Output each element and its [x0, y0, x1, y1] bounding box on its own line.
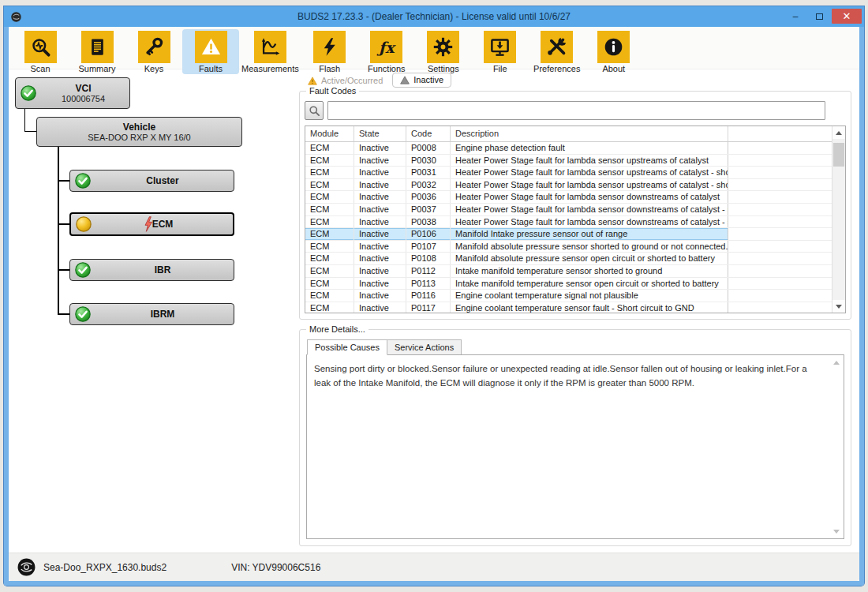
tree-node-cluster[interactable]: Cluster: [69, 170, 234, 192]
cell-filler: [728, 253, 832, 264]
cell-mod: ECM: [305, 142, 354, 154]
cell-filler: [728, 302, 832, 313]
minimize-button[interactable]: –: [784, 9, 806, 24]
fault-row[interactable]: ECMInactiveP0038Heater Power Stage fault…: [305, 216, 832, 229]
scroll-down-icon[interactable]: [832, 300, 845, 313]
tree-connector: [58, 223, 69, 225]
node-title: VCI: [37, 83, 129, 94]
tab-service-actions[interactable]: Service Actions: [387, 339, 462, 355]
fault-row[interactable]: ECMInactiveP0037Heater Power Stage fault…: [305, 204, 832, 216]
cell-code: P0030: [406, 155, 451, 167]
fault-row[interactable]: ECMInactiveP0032Heater Power Stage fault…: [305, 179, 832, 192]
tree-node-ibrm[interactable]: IBRM: [69, 303, 234, 325]
toolbar-button-settings[interactable]: Settings: [415, 29, 472, 74]
fault-table-header: Module State Code Description: [305, 126, 845, 142]
cell-mod: ECM: [305, 179, 354, 191]
cell-state: Inactive: [354, 302, 406, 313]
toolbar-button-functions[interactable]: ƒx Functions: [358, 29, 415, 74]
fault-row[interactable]: ECMInactiveP0113Intake manifold temperat…: [305, 278, 832, 290]
tree-node-ibr[interactable]: IBR: [69, 259, 234, 281]
tree-node-vehicle[interactable]: Vehicle SEA-DOO RXP X MY 16/0: [36, 117, 242, 147]
cell-mod: ECM: [305, 290, 354, 302]
tab-inactive[interactable]: Inactive: [392, 73, 451, 88]
cell-mod: ECM: [305, 167, 354, 178]
fault-bolt-icon: [142, 215, 155, 233]
toolbar-button-flash[interactable]: Flash: [301, 29, 358, 74]
close-button[interactable]: ✕: [832, 9, 862, 24]
column-header-code[interactable]: Code: [406, 126, 451, 141]
cell-desc: Heater Power Stage fault for lambda sens…: [451, 204, 728, 215]
tree-node-ecm[interactable]: ECM: [69, 212, 234, 236]
cell-filler: [728, 155, 832, 167]
toolbar-button-file[interactable]: File: [472, 29, 529, 74]
column-header-description[interactable]: Description: [451, 126, 728, 141]
tab-possible-causes[interactable]: Possible Causes: [307, 339, 387, 355]
details-scrollbar[interactable]: [830, 356, 843, 538]
node-subtitle: 100006754: [37, 94, 129, 103]
fault-row[interactable]: ECMInactiveP0112Intake manifold temperat…: [305, 265, 832, 278]
node-subtitle: SEA-DOO RXP X MY 16/0: [37, 133, 241, 142]
fault-row[interactable]: ECMInactiveP0036Heater Power Stage fault…: [305, 191, 832, 204]
cell-desc: Manifold absolute pressure sensor open c…: [451, 253, 728, 264]
cell-mod: ECM: [305, 228, 354, 240]
fault-row[interactable]: ECMInactiveP0116Engine coolant temperatu…: [305, 290, 832, 302]
cell-code: P0008: [406, 142, 451, 154]
fault-row[interactable]: ECMInactiveP0031Heater Power Stage fault…: [305, 167, 832, 179]
cell-mod: ECM: [305, 253, 354, 264]
cell-filler: [728, 142, 832, 154]
inactive-triangle-icon: [400, 76, 410, 84]
status-ok-icon: [20, 84, 37, 102]
fault-row[interactable]: ECMInactiveP0108Manifold absolute pressu…: [305, 253, 832, 265]
cell-filler: [728, 216, 832, 228]
cell-code: P0107: [406, 241, 451, 253]
toolbar-button-faults[interactable]: Faults: [182, 29, 239, 74]
tree-connector: [24, 109, 37, 132]
details-text: Sensing port dirty or blocked.Sensor fai…: [314, 364, 807, 388]
groupbox-label: More Details...: [306, 324, 369, 334]
scroll-up-icon[interactable]: [830, 356, 843, 369]
scroll-down-icon[interactable]: [830, 525, 843, 538]
fault-row[interactable]: ECMInactiveP0030Heater Power Stage fault…: [305, 155, 832, 167]
vehicle-tree-panel: VCI 100006754 Vehicle SEA-DOO RXP X MY 1…: [9, 69, 297, 553]
search-input[interactable]: [327, 101, 825, 120]
fault-row[interactable]: ECMInactiveP0107Manifold absolute pressu…: [305, 241, 832, 253]
statusbar: Sea-Doo_RXPX_1630.buds2 VIN: YDV99006C51…: [9, 553, 859, 581]
toolbar-button-keys[interactable]: Keys: [125, 29, 182, 74]
fault-state-tabs: Active/Occurred Inactive: [301, 71, 851, 88]
cell-desc: Heater Power Stage fault for lambda sens…: [451, 155, 728, 167]
toolbar-button-preferences[interactable]: Preferences: [529, 29, 586, 74]
tab-label: Inactive: [413, 75, 443, 84]
scroll-up-icon[interactable]: [832, 126, 845, 139]
cell-desc: Engine coolant temperature sensor fault …: [451, 302, 728, 313]
column-header-module[interactable]: Module: [305, 126, 354, 141]
cell-desc: Heater Power Stage fault for lambda sens…: [451, 191, 728, 203]
tree-node-vci[interactable]: VCI 100006754: [15, 77, 130, 109]
column-header-state[interactable]: State: [354, 126, 406, 141]
toolbar-button-about[interactable]: About: [586, 29, 642, 74]
file-icon: [489, 36, 511, 58]
tab-label: Active/Occurred: [321, 76, 383, 85]
table-scrollbar[interactable]: [832, 126, 845, 313]
tree-connector: [58, 147, 59, 314]
cell-state: Inactive: [354, 253, 406, 264]
fault-row[interactable]: ECMInactiveP0106Manifold Intake pressure…: [305, 228, 832, 241]
cell-mod: ECM: [305, 265, 354, 277]
more-details-groupbox: More Details... Possible Causes Service …: [299, 329, 851, 546]
cell-code: P0116: [406, 290, 451, 302]
cell-filler: [728, 204, 832, 215]
toolbar-button-scan[interactable]: Scan: [12, 29, 69, 74]
scrollbar-thumb[interactable]: [833, 143, 844, 167]
cell-desc: Engine phase detection fault: [451, 142, 728, 154]
node-title: IBRM: [92, 309, 234, 320]
fault-row[interactable]: ECMInactiveP0008Engine phase detection f…: [305, 142, 832, 155]
cell-code: P0031: [406, 167, 451, 178]
toolbar-button-measurements[interactable]: Measurements: [239, 29, 301, 74]
toolbar-button-summary[interactable]: Summary: [69, 29, 125, 74]
cell-mod: ECM: [305, 216, 354, 228]
fault-codes-groupbox: Fault Codes Module St: [299, 91, 851, 320]
search-button[interactable]: [305, 101, 324, 120]
cell-filler: [728, 265, 832, 277]
fault-row[interactable]: ECMInactiveP0117Engine coolant temperatu…: [305, 302, 832, 313]
tree-connector: [58, 313, 69, 315]
maximize-button[interactable]: [808, 9, 830, 24]
